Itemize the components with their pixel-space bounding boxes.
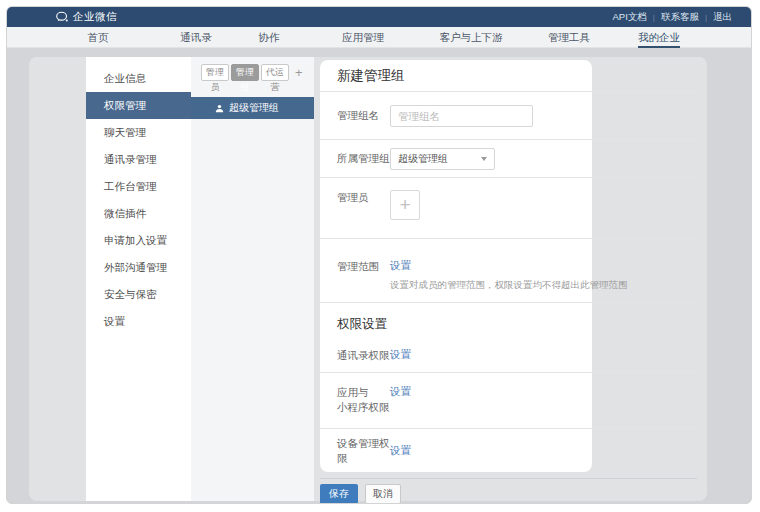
tab-agency-ops[interactable]: 代运营 bbox=[261, 64, 289, 81]
apps-permission-set-link[interactable]: 设置 bbox=[390, 385, 411, 399]
parent-group-label: 所属管理组 bbox=[337, 151, 390, 166]
sidebar-item-chat-mgmt[interactable]: 聊天管理 bbox=[86, 119, 191, 146]
parent-group-select[interactable]: 超级管理组 bbox=[390, 148, 495, 170]
content-area: 企业信息 权限管理 聊天管理 通讯录管理 工作台管理 微信插件 申请加入设置 外… bbox=[7, 48, 751, 503]
scope-row: 管理范围 设置 设置对成员的管理范围，权限设置均不得超出此管理范围 bbox=[320, 239, 697, 303]
device-permission-row: 设备管理权限 设置 bbox=[320, 429, 697, 472]
main-nav: 首页 通讯录 协作 应用管理 客户与上下游 管理工具 我的企业 bbox=[7, 27, 751, 48]
app-window: 企业微信 API文档 联系客服 退出 首页 通讯录 协作 应用管理 客户与上下游… bbox=[6, 6, 752, 504]
tab-admin-groups[interactable]: 管理组 bbox=[231, 64, 259, 81]
api-docs-link[interactable]: API文档 bbox=[613, 11, 647, 24]
parent-group-selected-value: 超级管理组 bbox=[398, 152, 448, 166]
nav-customers[interactable]: 客户与上下游 bbox=[440, 27, 503, 48]
admins-label: 管理员 bbox=[337, 190, 390, 205]
device-permission-label: 设备管理权限 bbox=[337, 436, 390, 465]
brand-name: 企业微信 bbox=[73, 10, 117, 24]
form-title-row: 新建管理组 bbox=[320, 60, 697, 92]
settings-sidebar: 企业信息 权限管理 聊天管理 通讯录管理 工作台管理 微信插件 申请加入设置 外… bbox=[86, 57, 191, 501]
sidebar-item-contacts-mgmt[interactable]: 通讯录管理 bbox=[86, 146, 191, 173]
topbar-links: API文档 联系客服 退出 bbox=[613, 7, 732, 27]
plus-icon: + bbox=[399, 194, 410, 216]
cancel-button[interactable]: 取消 bbox=[365, 484, 401, 504]
nav-admin-tools[interactable]: 管理工具 bbox=[548, 27, 590, 48]
nav-apps[interactable]: 应用管理 bbox=[342, 27, 384, 48]
scope-content: 设置 设置对成员的管理范围，权限设置均不得超出此管理范围 bbox=[390, 259, 628, 292]
top-bar: 企业微信 API文档 联系客服 退出 bbox=[7, 7, 751, 27]
device-permission-set-link[interactable]: 设置 bbox=[390, 444, 411, 458]
logout-link[interactable]: 退出 bbox=[699, 11, 732, 24]
group-name-input[interactable] bbox=[390, 105, 533, 127]
parent-group-row: 所属管理组 超级管理组 bbox=[320, 140, 697, 178]
sidebar-item-workbench-mgmt[interactable]: 工作台管理 bbox=[86, 173, 191, 200]
sidebar-item-external-comm[interactable]: 外部沟通管理 bbox=[86, 254, 191, 281]
nav-my-company[interactable]: 我的企业 bbox=[638, 27, 680, 48]
sidebar-item-permissions[interactable]: 权限管理 bbox=[86, 92, 191, 119]
sidebar-item-security[interactable]: 安全与保密 bbox=[86, 281, 191, 308]
form-actions: 保存 取消 bbox=[320, 484, 401, 504]
new-group-form: 新建管理组 管理组名 所属管理组 超级管理组 管理员 bbox=[320, 60, 697, 472]
role-tabs: 管理员 管理组 代运营 + bbox=[201, 64, 303, 81]
contacts-permission-label: 通讯录权限 bbox=[337, 348, 390, 363]
nav-contacts[interactable]: 通讯录 bbox=[180, 27, 212, 48]
main-area: 新建管理组 管理组名 所属管理组 超级管理组 管理员 bbox=[314, 57, 707, 501]
sidebar-item-company-info[interactable]: 企业信息 bbox=[86, 65, 191, 92]
contact-support-link[interactable]: 联系客服 bbox=[647, 11, 699, 24]
tab-admins[interactable]: 管理员 bbox=[201, 64, 229, 81]
scope-label: 管理范围 bbox=[337, 259, 390, 274]
add-group-button[interactable]: + bbox=[295, 64, 303, 81]
wework-logo-icon bbox=[55, 11, 69, 23]
inner-panel: 企业信息 权限管理 聊天管理 通讯录管理 工作台管理 微信插件 申请加入设置 外… bbox=[29, 57, 707, 501]
sidebar-item-settings[interactable]: 设置 bbox=[86, 308, 191, 335]
contacts-permission-set-link[interactable]: 设置 bbox=[390, 348, 411, 362]
scope-description: 设置对成员的管理范围，权限设置均不得超出此管理范围 bbox=[390, 279, 628, 292]
nav-collab[interactable]: 协作 bbox=[259, 27, 280, 48]
contacts-permission-row: 通讯录权限 设置 bbox=[320, 338, 697, 373]
sidebar-item-join-settings[interactable]: 申请加入设置 bbox=[86, 227, 191, 254]
page-title: 新建管理组 bbox=[337, 67, 405, 85]
add-admin-button[interactable]: + bbox=[390, 190, 420, 220]
nav-home[interactable]: 首页 bbox=[88, 27, 109, 48]
group-name-label: 管理组名 bbox=[337, 108, 390, 123]
save-button[interactable]: 保存 bbox=[320, 484, 358, 504]
chevron-down-icon bbox=[481, 157, 487, 161]
apps-permission-row: 应用与 小程序权限 设置 bbox=[320, 373, 697, 429]
apps-permission-label: 应用与 小程序权限 bbox=[337, 385, 390, 414]
permissions-title: 权限设置 bbox=[337, 316, 387, 333]
brand: 企业微信 bbox=[55, 7, 117, 27]
group-list-item-label: 超级管理组 bbox=[229, 97, 279, 119]
admins-row: 管理员 + bbox=[320, 178, 697, 239]
footer-divider bbox=[320, 478, 697, 479]
scope-set-link[interactable]: 设置 bbox=[390, 259, 628, 273]
group-list-panel: 管理员 管理组 代运营 + 超级管理组 bbox=[191, 57, 314, 501]
sidebar-item-wechat-plugin[interactable]: 微信插件 bbox=[86, 200, 191, 227]
group-name-row: 管理组名 bbox=[320, 92, 697, 140]
permissions-header-row: 权限设置 bbox=[320, 303, 697, 338]
group-list-item-super-admin[interactable]: 超级管理组 bbox=[191, 97, 314, 119]
group-member-icon bbox=[215, 104, 224, 113]
